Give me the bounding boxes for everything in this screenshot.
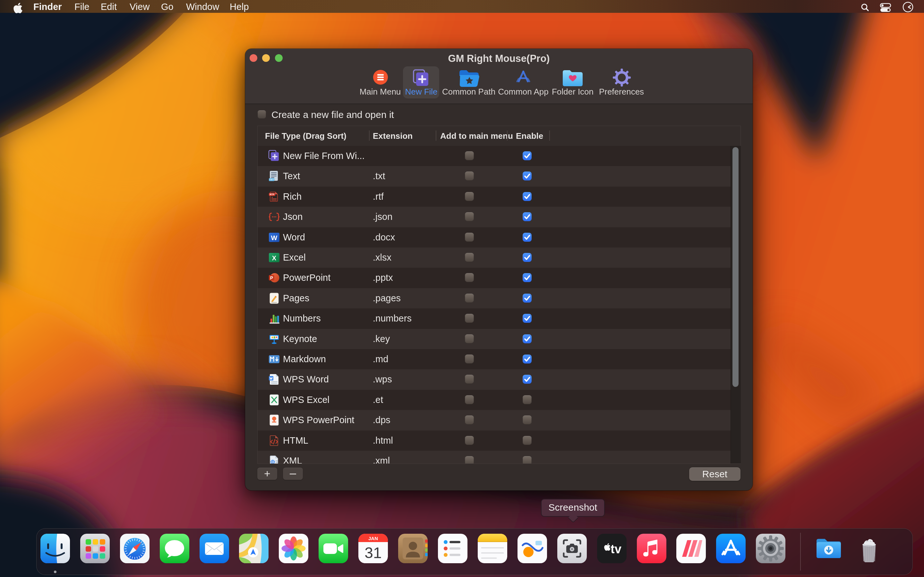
svg-text:P: P xyxy=(270,276,273,280)
svg-text:tv: tv xyxy=(611,542,622,556)
svg-text:W: W xyxy=(271,234,278,242)
svg-text:31: 31 xyxy=(365,544,381,561)
svg-text:JAN: JAN xyxy=(368,536,378,541)
svg-text:RTF: RTF xyxy=(270,193,275,196)
svg-text:X: X xyxy=(272,255,276,261)
svg-text:TXT: TXT xyxy=(269,179,274,181)
